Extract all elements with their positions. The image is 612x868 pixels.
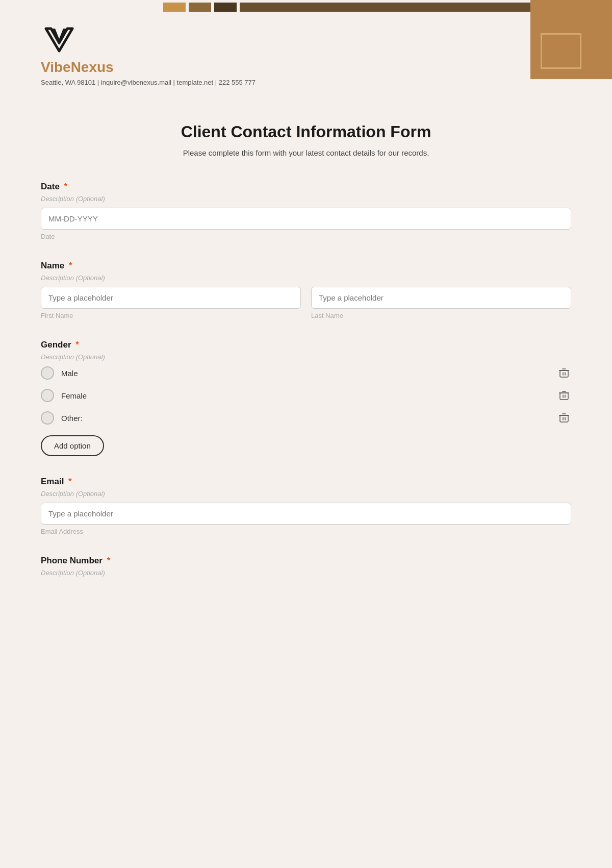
name-required-star: * xyxy=(69,261,72,270)
delete-male-icon[interactable] xyxy=(557,366,571,380)
first-name-hint: First Name xyxy=(41,312,301,319)
phone-section: Phone Number * Description (Optional) xyxy=(41,556,571,577)
gender-label-other: Other: xyxy=(61,414,83,423)
phone-required-star: * xyxy=(107,556,111,565)
gender-radio-male[interactable] xyxy=(41,366,54,380)
email-input[interactable] xyxy=(41,503,571,525)
gender-radio-other[interactable] xyxy=(41,411,54,425)
company-info: Seattle, WA 98101 | inquire@vibenexus.ma… xyxy=(41,79,256,86)
gender-option-female: Female xyxy=(41,388,571,403)
svg-rect-7 xyxy=(560,393,568,400)
gender-option-other-left: Other: xyxy=(41,411,83,425)
gender-label-male: Male xyxy=(61,369,78,378)
company-logo xyxy=(41,24,78,55)
gender-section: Gender * Description (Optional) Male xyxy=(41,340,571,456)
email-required-star: * xyxy=(68,477,72,486)
gender-required-star: * xyxy=(75,340,79,350)
name-row: First Name Last Name xyxy=(41,287,571,319)
name-section: Name * Description (Optional) First Name… xyxy=(41,261,571,319)
date-description: Description (Optional) xyxy=(41,195,571,203)
date-section: Date * Description (Optional) Date xyxy=(41,182,571,240)
form-title: Client Contact Information Form xyxy=(41,122,571,141)
main-content: Client Contact Information Form Please c… xyxy=(41,122,571,597)
gender-radio-female[interactable] xyxy=(41,389,54,402)
last-name-input[interactable] xyxy=(311,287,571,309)
name-label: Name * xyxy=(41,261,571,271)
bar-segment-2 xyxy=(189,3,211,12)
phone-label: Phone Number * xyxy=(41,556,571,566)
corner-decoration xyxy=(530,0,612,79)
email-description: Description (Optional) xyxy=(41,490,571,498)
header-bar xyxy=(0,0,612,14)
first-name-input[interactable] xyxy=(41,287,301,309)
company-name: VibeNexus xyxy=(41,59,256,76)
corner-decoration-inner xyxy=(541,33,581,69)
bar-segment-1 xyxy=(163,3,186,12)
delete-female-icon[interactable] xyxy=(557,388,571,403)
logo-area: VibeNexus Seattle, WA 98101 | inquire@vi… xyxy=(41,24,256,87)
email-label: Email * xyxy=(41,477,571,487)
phone-description: Description (Optional) xyxy=(41,569,571,577)
gender-option-other: Other: xyxy=(41,411,571,425)
gender-option-male: Male xyxy=(41,366,571,380)
form-subtitle: Please complete this form with your late… xyxy=(41,148,571,157)
gender-description: Description (Optional) xyxy=(41,353,571,361)
gender-option-female-left: Female xyxy=(41,389,87,402)
gender-label: Gender * xyxy=(41,340,571,350)
add-option-button[interactable]: Add option xyxy=(41,435,104,456)
gender-label-female: Female xyxy=(61,391,87,400)
email-hint: Email Address xyxy=(41,528,571,535)
svg-rect-12 xyxy=(560,415,568,422)
last-name-col: Last Name xyxy=(311,287,571,319)
date-input[interactable] xyxy=(41,208,571,230)
bar-segment-3 xyxy=(214,3,237,12)
delete-other-icon[interactable] xyxy=(557,411,571,425)
svg-rect-2 xyxy=(560,370,568,377)
date-hint: Date xyxy=(41,233,571,240)
first-name-col: First Name xyxy=(41,287,301,319)
date-required-star: * xyxy=(64,182,68,191)
last-name-hint: Last Name xyxy=(311,312,571,319)
date-label: Date * xyxy=(41,182,571,192)
name-description: Description (Optional) xyxy=(41,274,571,282)
gender-option-male-left: Male xyxy=(41,366,78,380)
email-section: Email * Description (Optional) Email Add… xyxy=(41,477,571,535)
